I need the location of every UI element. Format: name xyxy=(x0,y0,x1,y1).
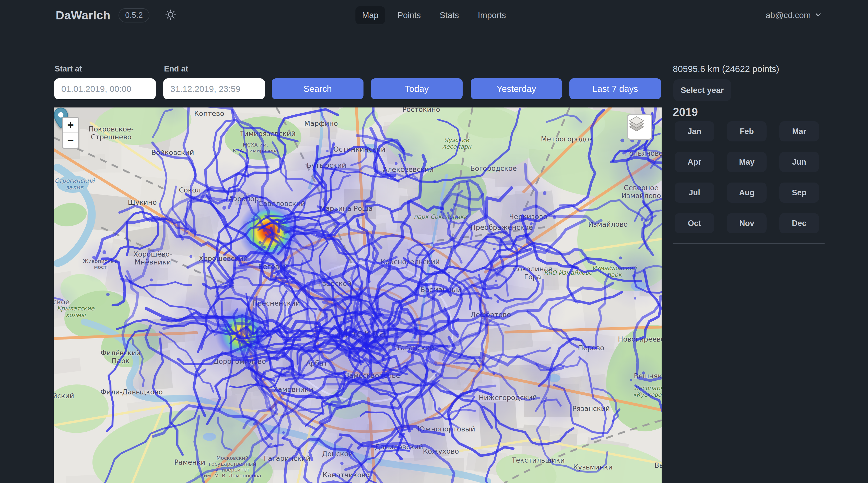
navbar: DaWarIch 0.5.2 MapPointsStatsImports ab@… xyxy=(0,0,868,31)
map-canvas[interactable]: КоптевоПокровское- СтрешневоТимирязевски… xyxy=(54,107,661,483)
start-date-input[interactable] xyxy=(54,78,156,99)
month-jun-button[interactable]: Jun xyxy=(779,152,819,172)
zoom-out-button[interactable]: − xyxy=(63,132,78,148)
select-year-button[interactable]: Select year xyxy=(673,79,731,101)
sidebar-divider xyxy=(673,243,825,244)
today-button[interactable]: Today xyxy=(371,78,463,99)
month-nov-button[interactable]: Nov xyxy=(727,213,767,233)
tab-map[interactable]: Map xyxy=(355,6,385,24)
tab-stats[interactable]: Stats xyxy=(433,6,465,24)
sun-icon xyxy=(165,9,177,22)
last-7-days-button[interactable]: Last 7 days xyxy=(569,78,661,99)
distance-stats: 80595.6 km (24622 points) xyxy=(673,64,779,74)
end-date-input[interactable] xyxy=(163,78,265,99)
user-menu[interactable]: ab@cd.com xyxy=(766,10,822,20)
theme-toggle-button[interactable] xyxy=(164,9,177,22)
month-jan-button[interactable]: Jan xyxy=(675,121,714,141)
yesterday-button[interactable]: Yesterday xyxy=(471,78,562,99)
tab-points[interactable]: Points xyxy=(391,6,428,24)
main-nav: MapPointsStatsImports xyxy=(355,6,513,24)
months-grid: JanFebMarAprMayJunJulAugSepOctNovDec xyxy=(675,121,819,233)
month-aug-button[interactable]: Aug xyxy=(727,183,767,203)
start-at-label: Start at xyxy=(55,64,82,73)
version-badge: 0.5.2 xyxy=(119,8,149,23)
month-jul-button[interactable]: Jul xyxy=(675,183,714,203)
app-logo: DaWarIch xyxy=(56,8,110,22)
tab-imports[interactable]: Imports xyxy=(471,6,513,24)
month-feb-button[interactable]: Feb xyxy=(727,121,767,141)
month-sep-button[interactable]: Sep xyxy=(779,183,819,203)
month-apr-button[interactable]: Apr xyxy=(675,152,714,172)
month-dec-button[interactable]: Dec xyxy=(779,213,819,233)
layers-control-button[interactable] xyxy=(627,114,652,140)
zoom-in-button[interactable]: + xyxy=(63,118,78,132)
month-oct-button[interactable]: Oct xyxy=(675,213,714,233)
year-heading: 2019 xyxy=(673,106,698,119)
zoom-control: + − xyxy=(62,117,79,149)
month-may-button[interactable]: May xyxy=(727,152,767,172)
chevron-down-icon xyxy=(814,11,822,20)
search-button[interactable]: Search xyxy=(272,78,364,99)
user-email: ab@cd.com xyxy=(766,10,811,20)
month-mar-button[interactable]: Mar xyxy=(779,121,819,141)
gps-tracks-layer xyxy=(54,107,661,483)
end-at-label: End at xyxy=(164,64,188,73)
